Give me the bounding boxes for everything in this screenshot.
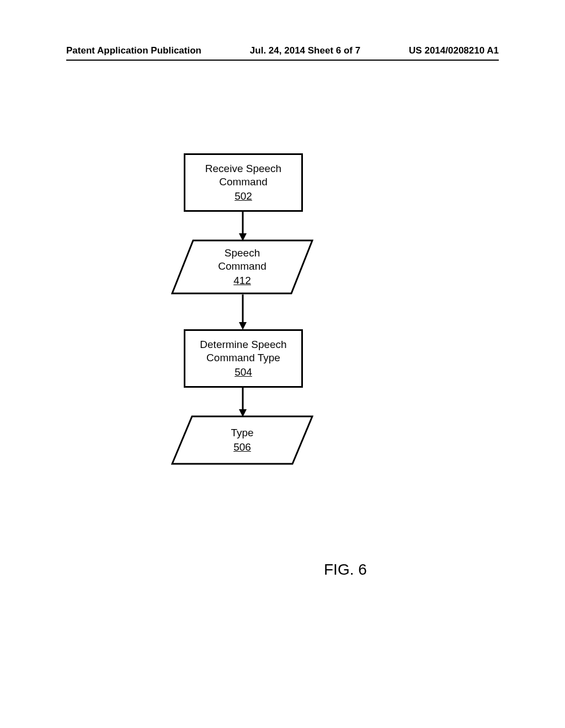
para1-line2: Command (218, 260, 266, 273)
box2-line1: Determine Speech (185, 338, 301, 351)
box1-line2: Command (185, 175, 301, 189)
para2-line1: Type (231, 426, 253, 440)
para2-ref: 506 (233, 441, 251, 454)
arrow-2 (237, 295, 248, 331)
figure-label: FIG. 6 (324, 561, 367, 579)
data-box-type: Type 506 (171, 415, 313, 465)
box2-line2: Command Type (185, 351, 301, 365)
flowchart-diagram: Receive Speech Command 502 Speech Comman… (0, 0, 565, 728)
process-box-determine-type: Determine Speech Command Type 504 (184, 329, 303, 388)
process-box-receive-speech: Receive Speech Command 502 (184, 153, 303, 212)
para1-ref: 412 (233, 274, 251, 287)
arrow-1 (237, 210, 248, 242)
para1-line1: Speech (225, 247, 260, 260)
svg-marker-4 (239, 322, 247, 330)
data-box-speech-command: Speech Command 412 (171, 239, 313, 295)
box1-line1: Receive Speech (185, 162, 301, 175)
box1-ref: 502 (185, 190, 301, 203)
arrow-3 (237, 386, 248, 418)
box2-ref: 504 (185, 366, 301, 379)
